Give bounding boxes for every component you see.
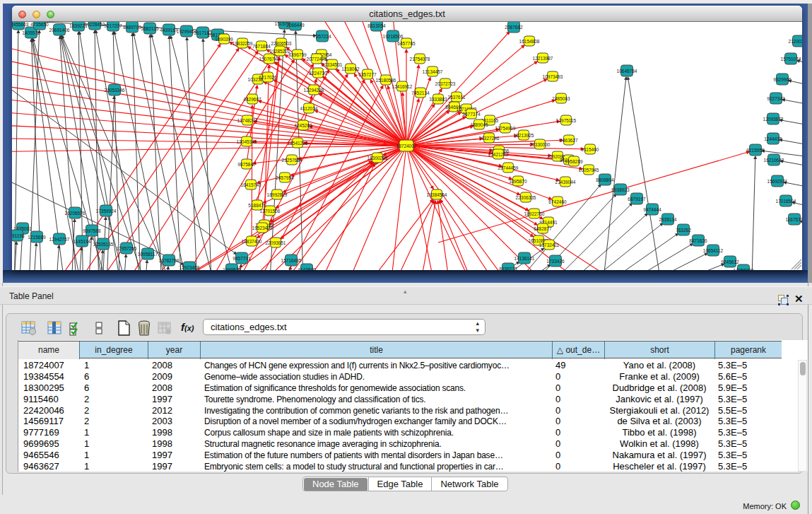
svg-text:6357277: 6357277 (358, 72, 377, 77)
svg-text:12942757: 12942757 (49, 237, 70, 242)
svg-text:10334531: 10334531 (322, 62, 343, 67)
svg-text:6217026: 6217026 (259, 75, 277, 80)
svg-text:10973493: 10973493 (543, 74, 563, 79)
svg-text:6879197: 6879197 (628, 197, 646, 201)
svg-text:22744459: 22744459 (498, 165, 519, 170)
svg-text:7452134: 7452134 (411, 90, 430, 95)
svg-text:21439044: 21439044 (555, 180, 576, 185)
svg-text:13732411: 13732411 (539, 243, 560, 247)
svg-text:4143890: 4143890 (298, 267, 316, 271)
svg-text:12294238: 12294238 (304, 88, 324, 93)
svg-text:10654112: 10654112 (703, 248, 724, 253)
svg-text:22806503: 22806503 (271, 41, 292, 46)
svg-text:19384554: 19384554 (427, 192, 447, 197)
svg-text:18922760: 18922760 (524, 211, 545, 216)
svg-text:16210643: 16210643 (764, 158, 784, 163)
svg-text:12923468: 12923468 (180, 265, 200, 270)
svg-text:15716485: 15716485 (281, 258, 302, 263)
svg-text:17359924: 17359924 (96, 209, 117, 214)
svg-text:10648784: 10648784 (617, 69, 637, 74)
svg-text:21200396: 21200396 (789, 39, 802, 44)
svg-text:20772475: 20772475 (307, 57, 327, 62)
svg-text:7485063: 7485063 (552, 96, 570, 101)
svg-text:19285201: 19285201 (270, 49, 290, 54)
svg-text:1244415: 1244415 (764, 136, 782, 141)
svg-text:4439167: 4439167 (160, 28, 178, 33)
svg-text:12541238: 12541238 (288, 141, 308, 146)
svg-text:14136141: 14136141 (514, 256, 535, 261)
svg-text:15751074: 15751074 (781, 57, 801, 62)
svg-text:4735650: 4735650 (30, 22, 49, 27)
svg-text:20206576: 20206576 (65, 211, 86, 216)
svg-text:20372723: 20372723 (435, 81, 456, 86)
svg-text:13754919: 13754919 (495, 126, 516, 131)
svg-text:8938923: 8938923 (611, 187, 630, 192)
svg-text:3395870: 3395870 (509, 179, 527, 184)
svg-text:21257684: 21257684 (282, 158, 302, 163)
svg-text:1999828: 1999828 (223, 267, 241, 271)
svg-text:2066449: 2066449 (286, 23, 305, 28)
svg-text:12505135: 12505135 (93, 242, 114, 247)
svg-text:22093651: 22093651 (266, 240, 286, 245)
svg-text:20053346: 20053346 (105, 88, 125, 93)
svg-text:18724007: 18724007 (396, 144, 417, 148)
svg-text:22455603: 22455603 (12, 22, 29, 27)
svg-text:9217207: 9217207 (104, 23, 122, 28)
svg-text:6457765: 6457765 (397, 41, 416, 46)
svg-text:9474444: 9474444 (643, 207, 661, 212)
svg-text:8489709: 8489709 (123, 25, 141, 30)
svg-text:13045349: 13045349 (237, 139, 257, 144)
svg-text:8813054: 8813054 (367, 23, 386, 28)
svg-text:16415740: 16415740 (241, 182, 261, 187)
svg-text:12416912: 12416912 (392, 84, 413, 89)
svg-text:20691406: 20691406 (49, 28, 70, 33)
svg-text:21754078: 21754078 (410, 57, 430, 62)
svg-text:13748244: 13748244 (237, 118, 258, 123)
svg-text:19832259: 19832259 (233, 41, 253, 46)
svg-text:8224730: 8224730 (309, 71, 327, 76)
svg-text:10327246: 10327246 (479, 136, 500, 141)
svg-text:8806804: 8806804 (596, 177, 614, 182)
svg-text:391198: 391198 (12, 233, 25, 238)
svg-text:5682115: 5682115 (141, 26, 159, 31)
svg-text:10958117: 10958117 (138, 252, 158, 257)
svg-text:9115460: 9115460 (582, 147, 599, 152)
svg-text:1733426: 1733426 (546, 259, 565, 264)
svg-text:13134457: 13134457 (423, 69, 443, 74)
svg-text:8471626: 8471626 (689, 238, 707, 243)
svg-text:17956909: 17956909 (734, 268, 754, 271)
svg-text:2457954: 2457954 (276, 175, 294, 180)
svg-text:9958289: 9958289 (565, 159, 583, 164)
svg-text:10837430: 10837430 (242, 239, 262, 244)
svg-text:18992829: 18992829 (267, 192, 288, 197)
svg-text:1167531: 1167531 (786, 217, 802, 222)
svg-text:13701506: 13701506 (260, 209, 281, 214)
svg-text:1218062: 1218062 (341, 66, 360, 71)
svg-text:4429607: 4429607 (243, 97, 261, 102)
svg-text:3677374: 3677374 (462, 112, 481, 117)
svg-text:4389045: 4389045 (470, 122, 488, 127)
svg-text:2935114: 2935114 (659, 217, 677, 222)
svg-text:10057945: 10057945 (579, 168, 599, 173)
svg-text:12975115: 12975115 (556, 118, 577, 123)
svg-text:1145194: 1145194 (73, 239, 91, 244)
svg-text:1890399: 1890399 (215, 37, 233, 42)
svg-text:763262: 763262 (676, 228, 691, 233)
svg-text:9245612: 9245612 (721, 259, 739, 264)
svg-text:7671884: 7671884 (252, 44, 271, 49)
svg-text:19523409: 19523409 (252, 226, 273, 230)
svg-text:12093873: 12093873 (763, 117, 784, 122)
svg-text:10228452: 10228452 (85, 22, 105, 27)
svg-text:16213925: 16213925 (514, 133, 534, 138)
svg-text:1215689: 1215689 (28, 235, 46, 240)
svg-text:16154808: 16154808 (519, 39, 540, 44)
svg-text:13421212: 13421212 (488, 152, 509, 157)
svg-text:9329966: 9329966 (773, 77, 792, 82)
svg-text:2087682: 2087682 (505, 25, 523, 30)
svg-text:15180586: 15180586 (376, 78, 396, 83)
svg-text:17016504: 17016504 (776, 199, 796, 204)
svg-text:22330030: 22330030 (530, 142, 551, 147)
svg-text:17957255: 17957255 (117, 246, 137, 251)
svg-text:15692971: 15692971 (767, 179, 788, 184)
svg-text:4245263: 4245263 (294, 123, 312, 128)
